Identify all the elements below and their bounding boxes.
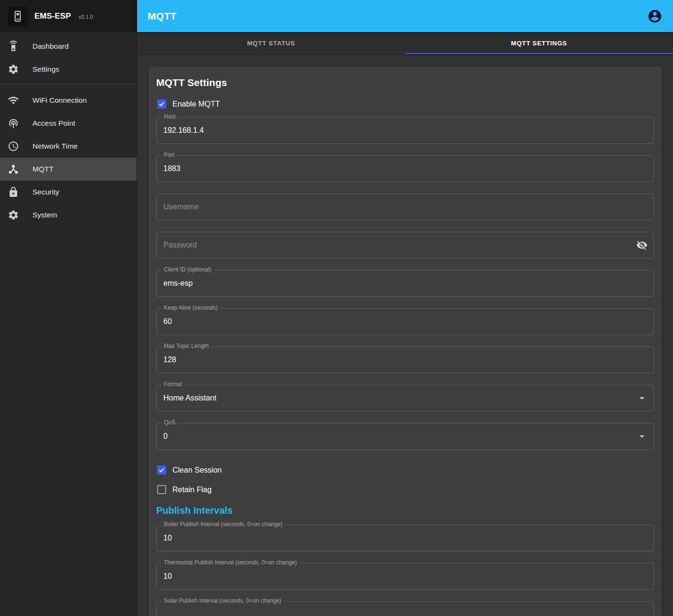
field-label: Host [161,113,178,120]
retain-flag-checkbox[interactable]: Retain Flag [156,481,213,498]
sidebar-item-label: System [32,211,57,219]
field-label: Solar Publish Interval (seconds, 0=on ch… [161,597,284,604]
field-label: Port [161,151,177,158]
sidebar: EMS-ESP v2.1.0 Dashboard Settings WiFi C… [0,0,137,616]
keep-alive-field: Keep Alive (seconds) [156,308,654,335]
sidebar-item-network-time[interactable]: Network Time [0,135,137,158]
checkbox-label: Retain Flag [172,486,212,494]
password-field [156,232,654,259]
field-label: Format [161,381,184,388]
remote-device-icon [8,41,19,52]
field-label: Max Topic Length [161,343,211,349]
thermostat-publish-interval-field: Thermostat Publish Interval (seconds, 0=… [156,563,654,590]
content-area: MQTT Settings Enable MQTT Host Port [137,54,673,616]
checkbox-checked-icon [157,99,166,108]
sidebar-item-dashboard[interactable]: Dashboard [0,35,137,58]
tab-mqtt-settings[interactable]: MQTT SETTINGS [405,32,673,54]
username-field [156,194,654,220]
tab-bar: MQTT STATUS MQTT SETTINGS [137,32,673,54]
checkbox-unchecked-icon [157,485,166,494]
publish-intervals-heading: Publish Intervals [156,505,654,516]
field-label: Client ID (optional) [161,266,214,273]
field-label: Keep Alive (seconds) [161,304,220,311]
sidebar-item-security[interactable]: Security [0,181,137,204]
sidebar-item-label: Security [32,188,59,196]
brand-header: EMS-ESP v2.1.0 [0,0,137,32]
sidebar-item-label: Dashboard [32,42,69,51]
field-label: Boiler Publish Interval (seconds, 0=on c… [161,521,285,528]
device-hub-icon [8,163,19,175]
enable-mqtt-checkbox[interactable]: Enable MQTT [156,95,221,113]
sidebar-item-settings[interactable]: Settings [0,58,137,81]
card-title: MQTT Settings [156,77,654,88]
sidebar-divider [0,85,137,85]
sidebar-item-system[interactable]: System [0,204,137,227]
gear-icon [8,64,19,75]
host-input[interactable] [157,118,653,143]
solar-publish-interval-field: Solar Publish Interval (seconds, 0=on ch… [156,601,654,616]
tab-mqtt-status[interactable]: MQTT STATUS [137,32,405,54]
client-id-field: Client ID (optional) [156,270,654,297]
mqtt-settings-card: MQTT Settings Enable MQTT Host Port [149,66,662,616]
sidebar-item-label: Network Time [32,142,78,151]
sidebar-nav: Dashboard Settings WiFi Connection Acces… [0,32,137,227]
sidebar-item-mqtt[interactable]: MQTT [0,158,137,181]
account-circle-icon[interactable] [647,9,662,24]
max-topic-length-field: Max Topic Length [156,346,654,373]
port-field: Port [156,155,654,182]
visibility-off-icon[interactable] [636,239,648,251]
format-select-value[interactable] [157,385,653,411]
thermostat-publish-interval-input[interactable] [157,563,653,589]
sidebar-item-wifi-connection[interactable]: WiFi Connection [0,89,137,112]
host-field: Host [156,117,654,144]
boiler-publish-interval-field: Boiler Publish Interval (seconds, 0=on c… [156,525,654,551]
main-area: MQTT MQTT STATUS MQTT SETTINGS MQTT Sett… [137,0,673,616]
appbar: MQTT [137,0,673,32]
keep-alive-input[interactable] [157,309,653,335]
boiler-publish-interval-input[interactable] [157,525,653,551]
ems-esp-device-icon [8,6,28,26]
chevron-down-icon [636,431,648,442]
lock-icon [8,186,19,198]
port-input[interactable] [157,156,653,182]
field-label: QoS [161,419,178,426]
page-title: MQTT [148,11,177,22]
qos-select-value[interactable] [157,423,653,449]
client-id-input[interactable] [157,270,653,296]
sidebar-item-access-point[interactable]: Access Point [0,112,137,135]
clock-icon [8,140,19,152]
qos-select[interactable]: QoS [156,423,654,450]
username-input[interactable] [157,194,653,220]
chevron-down-icon [636,392,648,404]
format-select[interactable]: Format [156,385,654,411]
sidebar-item-label: WiFi Connection [32,96,87,105]
sidebar-item-label: Access Point [32,119,75,128]
wifi-tethering-icon [8,118,19,129]
brand-version: v2.1.0 [79,12,93,20]
wifi-icon [8,95,19,106]
checkbox-label: Clean Session [172,466,222,475]
checkbox-checked-icon [157,465,166,475]
field-label: Thermostat Publish Interval (seconds, 0=… [161,559,299,566]
max-topic-length-input[interactable] [157,347,653,373]
sidebar-item-label: Settings [32,65,59,74]
brand-title: EMS-ESP [34,11,71,21]
gear-icon [8,209,19,221]
clean-session-checkbox[interactable]: Clean Session [156,461,223,479]
checkbox-label: Enable MQTT [172,100,220,108]
password-input[interactable] [157,232,653,258]
sidebar-item-label: MQTT [32,165,53,173]
